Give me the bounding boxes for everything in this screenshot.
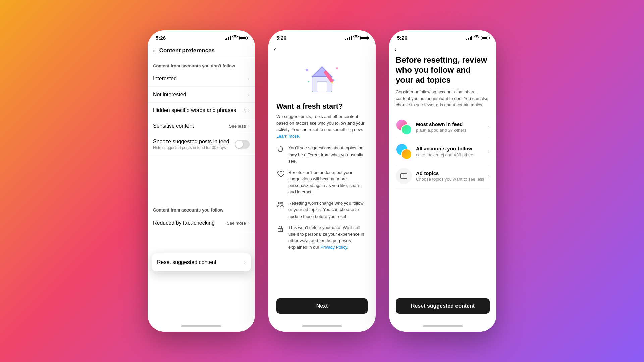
account-subtitle-all-accounts: cake_baker_cj and 439 others	[416, 152, 488, 157]
wifi-icon-1	[232, 35, 238, 40]
wifi-icon-3	[474, 35, 479, 40]
chevron-icon-sensitive: ›	[248, 123, 250, 129]
account-info-all-accounts: All accounts you follow cake_baker_cj an…	[416, 146, 488, 157]
fresh-start-desc: We suggest posts, reels and other conten…	[276, 113, 368, 139]
signal-icon-1	[225, 36, 231, 40]
see-more-label[interactable]: See more	[227, 221, 246, 226]
reset-suggested-content-button[interactable]: Reset suggested content	[396, 298, 490, 314]
back-button-3[interactable]: ‹	[394, 45, 397, 53]
menu-item-hidden-words[interactable]: Hidden specific words and phrases 4 ›	[148, 103, 255, 118]
phone-2: 5:26 ‹	[268, 30, 376, 332]
reset-popup[interactable]: Reset suggested content ›	[152, 253, 251, 272]
back-button-2[interactable]: ‹	[274, 45, 276, 53]
avatar-stack-all-accounts	[396, 143, 412, 160]
home-indicator-2	[268, 320, 376, 332]
battery-icon-1	[239, 36, 247, 40]
home-indicator-3	[389, 320, 496, 332]
svg-rect-2	[317, 82, 327, 92]
avatar-stack-most-shown	[396, 119, 412, 135]
menu-item-title-sensitive: Sensitive content	[153, 123, 194, 129]
account-item-most-shown[interactable]: Most shown in feed pia.in.a.pod and 27 o…	[396, 115, 490, 139]
svg-point-10	[281, 202, 283, 204]
info-text-1: Resets can't be undone, but your suggest…	[288, 169, 368, 195]
menu-item-title-interested: Interested	[153, 76, 177, 82]
ad-title: Ad topics	[416, 170, 488, 176]
menu-item-title-not-interested: Not interested	[153, 92, 186, 98]
info-item-2: Resetting won't change who you follow or…	[276, 200, 368, 220]
fresh-start-illustration	[299, 58, 345, 99]
badge-hidden-words: 4	[243, 108, 246, 113]
ad-info: Ad topics Choose topics you want to see …	[416, 170, 488, 182]
chevron-icon-not-interested: ›	[248, 92, 250, 98]
chevron-icon-ad-topics: ›	[488, 173, 490, 179]
menu-item-title-snooze: Snooze suggested posts in feed	[153, 139, 229, 145]
status-icons-3	[466, 35, 488, 40]
section-label-2: Content from accounts you follow	[148, 202, 255, 215]
signal-icon-3	[466, 36, 472, 40]
popup-reset-title: Reset suggested content	[157, 259, 216, 265]
svg-point-9	[278, 202, 280, 204]
page-title-1: Content preferences	[159, 47, 215, 54]
status-bar-1: 5:26	[148, 30, 255, 43]
battery-icon-2	[360, 36, 368, 40]
status-icons-1	[225, 35, 247, 40]
menu-item-not-interested[interactable]: Not interested ›	[148, 87, 255, 103]
back-button-1[interactable]: ‹	[153, 47, 155, 54]
svg-point-5	[306, 69, 308, 71]
learn-more-link[interactable]: Learn more.	[276, 134, 300, 139]
popup-chevron-icon: ›	[244, 259, 246, 265]
chevron-icon-most-shown: ›	[488, 124, 490, 130]
nav-header-1: ‹ Content preferences	[148, 43, 255, 58]
account-info-most-shown: Most shown in feed pia.in.a.pod and 27 o…	[416, 121, 488, 133]
privacy-policy-link[interactable]: Privacy Policy	[320, 245, 347, 250]
menu-item-subtitle-snooze: Hide suggested posts in feed for 30 days	[153, 145, 229, 150]
menu-item-snooze[interactable]: Snooze suggested posts in feed Hide sugg…	[148, 134, 255, 155]
signal-icon-2	[345, 36, 352, 40]
svg-point-12	[280, 230, 281, 231]
status-time-1: 5:26	[156, 35, 166, 41]
account-title-most-shown: Most shown in feed	[416, 121, 488, 127]
snooze-toggle[interactable]	[235, 140, 250, 149]
menu-item-sensitive[interactable]: Sensitive content See less ›	[148, 118, 255, 134]
see-less-label[interactable]: See less	[229, 124, 246, 129]
phone-1: 5:26 ‹ Conte	[148, 30, 255, 332]
status-time-2: 5:26	[276, 35, 286, 41]
phone1-content: ‹ Content preferences Content from accou…	[148, 43, 255, 320]
status-bar-2: 5:26	[268, 30, 376, 43]
info-text-3: This won't delete your data. We'll still…	[288, 224, 368, 250]
account-item-all-accounts[interactable]: All accounts you follow cake_baker_cj an…	[396, 139, 490, 164]
status-icons-2	[345, 35, 368, 40]
svg-point-6	[336, 67, 338, 69]
phone2-main: Want a fresh start? We suggest posts, re…	[268, 55, 376, 320]
back-header-3: ‹	[389, 43, 496, 55]
chevron-icon-all-accounts: ›	[488, 148, 490, 155]
next-button[interactable]: Next	[276, 298, 368, 314]
menu-item-title-hidden-words: Hidden specific words and phrases	[153, 107, 236, 113]
svg-point-7	[333, 79, 335, 81]
refresh-icon	[276, 145, 284, 153]
battery-icon-3	[481, 36, 488, 40]
phone-3: 5:26 ‹ Before re	[389, 30, 496, 332]
popup-item-reset[interactable]: Reset suggested content ›	[152, 253, 251, 272]
status-bar-3: 5:26	[389, 30, 496, 43]
menu-item-interested[interactable]: Interested ›	[148, 71, 255, 87]
account-title-all-accounts: All accounts you follow	[416, 146, 488, 152]
info-text-2: Resetting won't change who you follow or…	[288, 200, 368, 220]
info-text-0: You'll see suggestions about topics that…	[288, 145, 368, 165]
review-title: Before resetting, review who you follow …	[396, 55, 490, 85]
section-label-1: Content from accounts you don't follow	[148, 58, 255, 71]
info-item-1: Resets can't be undone, but your suggest…	[276, 169, 368, 195]
chevron-icon-fact-checking: ›	[248, 220, 250, 226]
lock-icon	[276, 225, 284, 233]
info-item-0: You'll see suggestions about topics that…	[276, 145, 368, 165]
ad-subtitle: Choose topics you want to see less	[416, 177, 488, 182]
home-indicator-1	[148, 320, 255, 332]
svg-point-8	[308, 81, 309, 82]
ad-topics-item[interactable]: Ad topics Choose topics you want to see …	[396, 164, 490, 188]
chevron-icon-interested: ›	[248, 76, 250, 82]
ad-icon	[396, 168, 412, 184]
menu-item-fact-checking[interactable]: Reduced by fact-checking See more ›	[148, 215, 255, 231]
chevron-icon-hidden-words: ›	[248, 107, 250, 113]
people-icon	[276, 200, 284, 208]
wifi-icon-2	[353, 35, 359, 40]
